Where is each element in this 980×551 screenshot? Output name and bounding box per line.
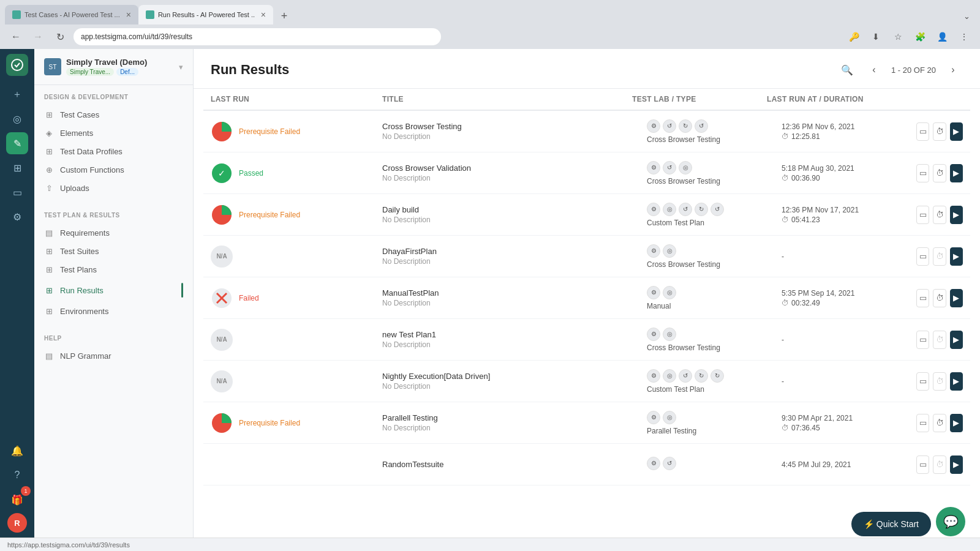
tab-2-close[interactable]: × xyxy=(261,10,266,19)
run-button[interactable]: ▶ xyxy=(950,206,963,224)
chat-button[interactable]: 💬 xyxy=(936,507,965,536)
sidebar-item-uploads[interactable]: ⇧ Uploads xyxy=(34,179,193,197)
bell-button[interactable]: 🔔 xyxy=(6,440,28,462)
lab-icon: ◎ xyxy=(663,286,676,299)
sidebar-item-requirements[interactable]: ▤ Requirements xyxy=(34,223,193,242)
sidebar-item-elements[interactable]: ◈ Elements xyxy=(34,124,193,142)
history-button[interactable]: ⏱ xyxy=(933,372,946,391)
svg-text:✓: ✓ xyxy=(218,168,225,178)
history-button[interactable]: ⏱ xyxy=(933,289,946,307)
table-row[interactable]: Prerequisite Failed Parallell Testing No… xyxy=(203,402,970,444)
address-input[interactable] xyxy=(74,28,441,45)
run-button[interactable]: ▶ xyxy=(950,289,963,307)
sidebar-item-test-plans[interactable]: ⊞ Test Plans xyxy=(34,260,193,279)
details-button[interactable]: ▭ xyxy=(916,289,929,307)
bookmark-icon[interactable]: ☆ xyxy=(889,28,907,45)
help-button[interactable]: ? xyxy=(6,464,28,486)
prev-page-button[interactable]: ‹ xyxy=(864,60,884,80)
table-row[interactable]: N/A new Test Plan1 No Description ⚙ ◎ xyxy=(203,319,970,361)
table-row[interactable]: ✓ Passed Cross Browser Validation No Des… xyxy=(203,152,970,194)
table-row[interactable]: Prerequisite Failed Cross Browser Testin… xyxy=(203,111,970,152)
details-button[interactable]: ▭ xyxy=(916,247,929,266)
table-row[interactable]: Failed ManualTestPlan No Description ⚙ ◎ xyxy=(203,277,970,319)
details-button[interactable]: ▭ xyxy=(916,331,929,349)
history-button[interactable]: ⏱ xyxy=(933,455,946,474)
details-button[interactable]: ▭ xyxy=(916,455,929,474)
history-button[interactable]: ⏱ xyxy=(933,122,946,141)
settings-button[interactable]: ⚙ xyxy=(6,206,28,228)
org-selector[interactable]: ST Simply Travel (Demo) Simply Trave... … xyxy=(44,58,183,76)
sidebar-item-test-cases[interactable]: ⊞ Test Cases xyxy=(34,105,193,124)
table-row[interactable]: N/A Nightly Execution[Data Driven] No De… xyxy=(203,361,970,402)
time-date: 5:35 PM Sep 14, 2021 xyxy=(782,289,854,298)
add-button[interactable]: ＋ xyxy=(6,83,28,105)
section-help-label: HELP xyxy=(34,332,193,347)
new-tab-button[interactable]: + xyxy=(276,7,293,24)
details-button[interactable]: ▭ xyxy=(916,372,929,391)
history-button[interactable]: ⏱ xyxy=(933,247,946,266)
actions-cell: ▭ ⏱ ▶ xyxy=(909,116,970,147)
history-button[interactable]: ⏱ xyxy=(933,164,946,182)
details-button[interactable]: ▭ xyxy=(916,414,929,432)
back-button[interactable]: ← xyxy=(7,28,24,45)
run-button[interactable]: ▶ xyxy=(950,455,963,474)
briefcase-button[interactable]: ⊞ xyxy=(6,157,28,179)
sidebar-item-custom-functions[interactable]: ⊕ Custom Functions xyxy=(34,160,193,179)
eye-button[interactable]: ◎ xyxy=(6,108,28,130)
sidebar-item-environments[interactable]: ⊞ Environments xyxy=(34,302,193,320)
title-cell: Cross Browser Testing No Description xyxy=(375,116,639,147)
download-icon[interactable]: ⬇ xyxy=(867,28,884,45)
edit-button[interactable]: ✎ xyxy=(6,132,28,154)
run-button[interactable]: ▶ xyxy=(950,122,963,141)
status-cell: ✓ Passed xyxy=(203,156,375,190)
next-page-button[interactable]: › xyxy=(943,60,963,80)
tab-1-close[interactable]: × xyxy=(126,10,131,19)
quick-start-button[interactable]: ⚡ Quick Start xyxy=(851,512,931,536)
reload-button[interactable]: ↻ xyxy=(51,28,69,45)
time-date: 12:36 PM Nov 17, 2021 xyxy=(782,206,859,214)
section-design: DESIGN & DEVELOPMENT ⊞ Test Cases ◈ Elem… xyxy=(34,85,193,203)
title-cell: new Test Plan1 No Description xyxy=(375,324,639,355)
section-help: HELP ▤ NLP Grammar xyxy=(34,326,193,371)
history-button[interactable]: ⏱ xyxy=(933,414,946,432)
sidebar-item-run-results[interactable]: ⊞ Run Results xyxy=(34,279,193,302)
run-button[interactable]: ▶ xyxy=(950,164,963,182)
browser-tab-2[interactable]: Run Results - AI Powered Test ... × xyxy=(138,5,273,24)
run-button[interactable]: ▶ xyxy=(950,247,963,266)
forward-button[interactable]: → xyxy=(29,28,47,45)
profile-icon[interactable]: 👤 xyxy=(933,28,951,45)
col-title: Title xyxy=(382,95,632,103)
search-button[interactable]: 🔍 xyxy=(837,60,857,80)
sidebar-item-test-suites[interactable]: ⊞ Test Suites xyxy=(34,242,193,260)
details-button[interactable]: ▭ xyxy=(916,164,929,182)
table-row[interactable]: Prerequisite Failed Daily build No Descr… xyxy=(203,194,970,236)
lab-icon: ⚙ xyxy=(647,119,660,133)
user-avatar[interactable]: R xyxy=(7,513,27,533)
actions-cell: ▭ ⏱ ▶ xyxy=(909,283,970,313)
actions-cell: ▭ ⏱ ▶ xyxy=(909,241,970,272)
details-button[interactable]: ▭ xyxy=(916,206,929,224)
monitor-button[interactable]: ▭ xyxy=(6,181,28,203)
title-name: Parallell Testing xyxy=(382,413,438,422)
table-row[interactable]: N/A DhayaFirstPlan No Description ⚙ ◎ xyxy=(203,236,970,277)
run-button[interactable]: ▶ xyxy=(950,414,963,432)
lab-icon: ↺ xyxy=(663,161,676,174)
key-icon[interactable]: 🔑 xyxy=(845,28,862,45)
browser-tab-1[interactable]: Test Cases - AI Powered Test ... × xyxy=(5,5,138,24)
sidebar-item-test-data[interactable]: ⊞ Test Data Profiles xyxy=(34,142,193,160)
table-row[interactable]: RandomTestsuite ⚙ ↺ 4:45 PM Jul 29, 2021 xyxy=(203,444,970,485)
run-results-label: Run Results xyxy=(60,286,104,295)
history-button[interactable]: ⏱ xyxy=(933,331,946,349)
status-icon xyxy=(211,204,233,226)
run-button[interactable]: ▶ xyxy=(950,331,963,349)
menu-icon[interactable]: ⋮ xyxy=(956,28,973,45)
test-cases-icon: ⊞ xyxy=(44,110,54,119)
tab-dropdown[interactable]: ⌄ xyxy=(958,7,975,24)
extensions-icon[interactable]: 🧩 xyxy=(911,28,929,45)
status-cell: Prerequisite Failed xyxy=(203,114,375,149)
run-button[interactable]: ▶ xyxy=(950,372,963,391)
title-desc: No Description xyxy=(382,382,490,391)
sidebar-item-nlp-grammar[interactable]: ▤ NLP Grammar xyxy=(34,347,193,365)
details-button[interactable]: ▭ xyxy=(916,122,929,141)
history-button[interactable]: ⏱ xyxy=(933,206,946,224)
